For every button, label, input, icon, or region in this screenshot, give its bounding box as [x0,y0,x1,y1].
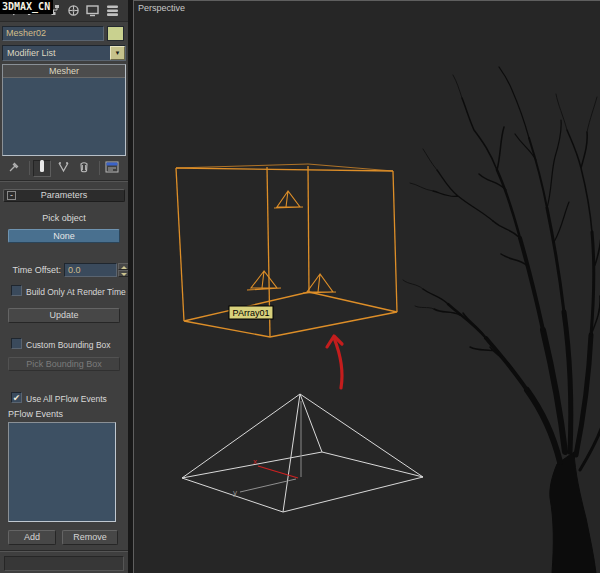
viewport-perspective[interactable]: PArray01 x y [133,0,600,573]
utilities-icon [106,4,120,17]
axis-x-line [258,466,298,478]
configure-modifier-sets-button[interactable] [103,160,121,177]
time-offset-label: Time Offset: [0,265,61,275]
show-end-result-icon [38,159,46,177]
configure-modifier-sets-icon [105,159,119,177]
modifier-stack-list[interactable]: Mesher [2,64,126,156]
watermark-text: 3DMAX_CN [0,0,53,14]
red-annotation-arrow [327,336,342,388]
remove-modifier-button[interactable] [75,160,93,177]
panel-divider [0,550,128,552]
triangle-down-icon [121,273,127,276]
custom-bounding-box-checkbox[interactable] [11,338,22,349]
pick-object-label: Pick object [0,213,128,223]
time-offset-input[interactable]: 0.0 [64,263,117,277]
pin-stack-button[interactable] [5,160,23,177]
modifier-list-label: Modifier List [7,47,56,60]
remove-button[interactable]: Remove [62,530,118,545]
empty-rollout-strip [4,556,124,571]
make-unique-icon [57,159,70,177]
parray-object-label: PArray01 [229,306,273,319]
modifier-stack-item-mesher[interactable]: Mesher [3,65,125,78]
tab-display[interactable] [83,2,103,20]
particle-tetrahedra[interactable] [247,191,336,293]
tab-utilities[interactable] [103,2,123,20]
pin-stack-icon [8,159,21,177]
svg-text:PArray01: PArray01 [233,308,270,318]
axis-gizmo: x y [233,401,301,497]
pflow-events-label: PFlow Events [8,409,63,419]
panel-divider [0,180,128,182]
pick-bounding-box-button: Pick Bounding Box [8,357,120,371]
modifier-list-dropdown[interactable]: Modifier List ▼ [2,45,126,61]
parray-emitter-box[interactable] [176,164,397,337]
parameters-rollout-header[interactable]: - Parameters [3,189,125,202]
make-unique-button[interactable] [54,160,72,177]
rollout-title: Parameters [41,190,88,200]
axis-y-label: y [233,488,237,497]
axis-y-line [240,479,296,492]
build-only-checkbox[interactable] [11,285,22,296]
command-panel: Mesher02 Modifier List ▼ Mesher [0,0,128,573]
chevron-down-icon[interactable]: ▼ [110,46,125,60]
use-all-pflow-label: Use All PFlow Events [26,394,107,404]
pick-object-none-button[interactable]: None [8,229,120,243]
particle-tetra-2[interactable] [247,271,281,290]
tab-motion[interactable] [63,2,83,20]
build-only-label: Build Only At Render Time [26,287,126,297]
pflow-events-list[interactable] [8,422,116,522]
toolbar-separator [99,161,100,175]
object-name-input[interactable]: Mesher02 [2,26,104,41]
collapse-rollout-icon[interactable]: - [7,191,16,200]
particle-tetra-1[interactable] [274,191,303,208]
pyramid-wireframe[interactable] [182,394,423,512]
particle-tetra-3[interactable] [303,274,336,293]
application-window: Mesher02 Modifier List ▼ Mesher [0,0,600,573]
add-button[interactable]: Add [8,530,56,545]
custom-bounding-box-label: Custom Bounding Box [26,340,111,350]
motion-icon [67,4,80,17]
object-color-swatch[interactable] [107,26,124,41]
tree-mesh[interactable] [403,67,600,573]
viewport-scene: PArray01 x y [134,1,600,573]
use-all-pflow-checkbox[interactable]: ✔ [11,392,22,403]
display-icon [86,4,100,17]
remove-modifier-icon [78,159,90,177]
update-button[interactable]: Update [8,308,120,323]
toolbar-separator [29,161,30,175]
check-icon: ✔ [13,393,21,403]
triangle-up-icon [121,266,127,269]
show-end-result-button[interactable] [33,160,51,177]
modifier-stack-toolbar [0,158,128,178]
axis-x-label: x [253,457,257,466]
viewport-label[interactable]: Perspective [138,3,185,13]
